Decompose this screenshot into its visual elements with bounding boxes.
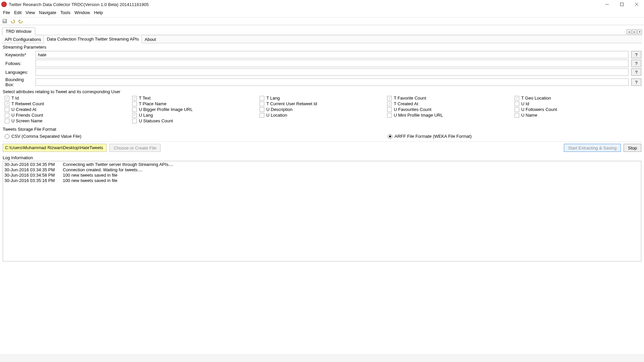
tab-trd-window[interactable]: TRD Window xyxy=(2,27,35,35)
file-path-display: C:\Users\Muhammad Rizwan\Desktop\HateTwe… xyxy=(3,144,107,152)
window-buttons xyxy=(600,0,644,9)
tab-about[interactable]: About xyxy=(142,36,159,43)
editor-tabstrip: TRD Window ◂ ▸ ▾ xyxy=(2,27,642,35)
chk-label: T Retweet Count xyxy=(11,101,44,106)
save-icon[interactable] xyxy=(1,18,8,24)
languages-input[interactable] xyxy=(36,68,629,76)
menu-file[interactable]: File xyxy=(1,9,12,16)
chk-t-cur-urt[interactable]: T Current User Retweet Id xyxy=(260,101,384,106)
log-message: Connection created. Waiting for tweets..… xyxy=(63,167,142,173)
svg-rect-1 xyxy=(621,3,624,6)
menu-window[interactable]: Window xyxy=(73,9,92,16)
menu-navigate[interactable]: Navigate xyxy=(37,9,58,16)
chk-label: U Statuses Count xyxy=(139,118,173,123)
chk-u-name[interactable]: U Name xyxy=(515,113,639,118)
follows-label: Follows: xyxy=(3,61,33,66)
chk-label: U Friends Count xyxy=(11,113,43,118)
checkbox-icon xyxy=(387,107,392,112)
chk-t-lang[interactable]: T Lang xyxy=(260,96,384,101)
chk-u-bigimg[interactable]: U Bigger Profile Image URL xyxy=(132,107,257,112)
chk-t-rt[interactable]: T Retweet Count xyxy=(5,101,129,106)
svg-rect-5 xyxy=(3,19,5,21)
log-message: 100 new tweets saved in file xyxy=(63,178,117,183)
chk-u-status[interactable]: U Statuses Count xyxy=(132,118,257,123)
chk-label: U Created At xyxy=(11,107,36,112)
tab-data-collection[interactable]: Data Collection Through Twitter Streamin… xyxy=(44,35,142,43)
checkbox-icon xyxy=(5,119,9,123)
chk-label: U Location xyxy=(266,113,287,118)
keywords-label: Keywords* xyxy=(3,52,33,57)
checkbox-icon xyxy=(387,113,392,118)
radio-csv[interactable]: CSV (Comma Separated Value File) xyxy=(5,134,82,139)
chk-u-friends[interactable]: U Friends Count xyxy=(5,113,129,118)
menu-view[interactable]: View xyxy=(24,9,37,16)
chk-u-miniimg[interactable]: U Mini Profile Image URL xyxy=(387,113,512,118)
tab-scroll-right-icon[interactable]: ▸ xyxy=(632,29,637,34)
log-row: 30-Jun-2016 03:35:16 PM 100 new tweets s… xyxy=(4,178,640,183)
keywords-input[interactable] xyxy=(36,51,629,58)
inner-tabs: API Configurations Data Collection Throu… xyxy=(2,35,642,43)
menu-help[interactable]: Help xyxy=(92,9,105,16)
log-area[interactable]: 30-Jun-2016 03:34:35 PM Connecting with … xyxy=(3,161,641,261)
chk-label: T Text xyxy=(139,96,151,101)
menu-edit[interactable]: Edit xyxy=(12,9,23,16)
chk-t-fav[interactable]: T Favorite Count xyxy=(387,96,512,101)
chk-label: U Mini Profile Image URL xyxy=(394,113,443,118)
choose-file-button[interactable]: Choose or Create File xyxy=(109,144,161,152)
log-section-label: Log Information xyxy=(2,154,642,161)
radio-label: CSV (Comma Separated Value File) xyxy=(11,134,82,139)
checkbox-icon xyxy=(132,102,137,106)
languages-help-button[interactable]: ? xyxy=(631,68,641,76)
chk-u-loc[interactable]: U Location xyxy=(260,113,384,118)
workspace: TRD Window ◂ ▸ ▾ API Configurations Data… xyxy=(0,25,644,264)
chk-label: T Current User Retweet Id xyxy=(266,101,317,106)
storage-section-label: Tweets Storage File Format xyxy=(2,125,642,132)
chk-label: U Name xyxy=(521,113,537,118)
chk-u-favcnt[interactable]: U Favourites Count xyxy=(387,107,512,112)
start-extract-button[interactable]: Start Extracting & Saving xyxy=(564,144,621,152)
title-bar: Twitter Research Data Collector TRDC(Ver… xyxy=(0,0,644,9)
maximize-button[interactable] xyxy=(614,0,629,9)
checkbox-icon xyxy=(515,107,519,112)
bbox-help-button[interactable]: ? xyxy=(631,78,641,86)
chk-t-place[interactable]: T Place Name xyxy=(132,101,257,106)
chk-t-id[interactable]: T Id xyxy=(5,96,129,101)
chk-t-text[interactable]: T Text xyxy=(132,96,257,101)
checkbox-icon xyxy=(132,107,137,112)
chk-u-screen[interactable]: U Screen Name xyxy=(5,118,129,123)
chk-label: U Lang xyxy=(139,113,153,118)
chk-label: T Lang xyxy=(266,96,280,101)
chk-u-id[interactable]: U Id xyxy=(515,101,639,106)
close-button[interactable] xyxy=(629,0,644,9)
log-timestamp: 30-Jun-2016 03:35:16 PM xyxy=(4,178,55,183)
radio-label: ARFF File Formate (WEKA File Format) xyxy=(394,134,472,139)
chk-u-foll[interactable]: U Followers Count xyxy=(515,107,639,112)
log-timestamp: 30-Jun-2016 03:34:35 PM xyxy=(4,167,55,173)
keywords-help-button[interactable]: ? xyxy=(631,51,641,58)
chk-u-created[interactable]: U Created At xyxy=(5,107,129,112)
chk-t-geo[interactable]: T Geo Location xyxy=(515,96,639,101)
checkbox-icon xyxy=(260,102,264,106)
checkbox-icon xyxy=(5,102,9,106)
radio-arff[interactable]: ARFF File Formate (WEKA File Format) xyxy=(388,134,472,139)
stop-button[interactable]: Stop xyxy=(624,144,641,152)
redo-icon[interactable] xyxy=(17,18,24,24)
tab-scroll-left-icon[interactable]: ◂ xyxy=(627,29,631,34)
minimize-button[interactable] xyxy=(600,0,614,9)
tab-menu-icon[interactable]: ▾ xyxy=(637,29,642,34)
follows-help-button[interactable]: ? xyxy=(631,60,641,67)
log-row: 30-Jun-2016 03:34:58 PM 100 new tweets s… xyxy=(4,173,640,178)
tab-api-config[interactable]: API Configurations xyxy=(2,36,44,43)
chk-t-created[interactable]: T Created At xyxy=(387,101,512,106)
chk-u-lang[interactable]: U Lang xyxy=(132,113,257,118)
chk-label: U Screen Name xyxy=(11,118,42,123)
menu-bar: File Edit View Navigate Tools Window Hel… xyxy=(0,9,644,17)
checkbox-icon xyxy=(260,107,264,112)
follows-input[interactable] xyxy=(36,60,629,67)
log-timestamp: 30-Jun-2016 03:34:35 PM xyxy=(4,162,55,167)
bbox-input[interactable] xyxy=(36,78,629,86)
menu-tools[interactable]: Tools xyxy=(59,9,72,16)
checkbox-icon xyxy=(515,102,519,106)
undo-icon[interactable] xyxy=(9,18,16,24)
chk-u-desc[interactable]: U Description xyxy=(260,107,384,112)
